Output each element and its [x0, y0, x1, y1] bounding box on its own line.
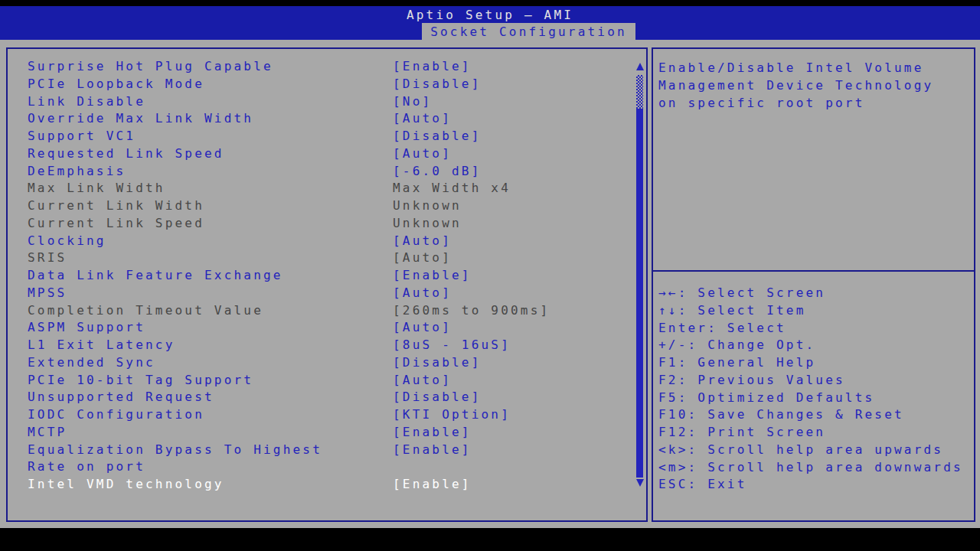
menu-item[interactable]: MPSS[Auto] — [28, 285, 646, 302]
scrollbar-track[interactable] — [636, 109, 643, 478]
menu-item-label: Max Link Width — [28, 181, 165, 195]
header-bar: Aptio Setup – AMI Socket Configuration — [0, 6, 980, 40]
tab-socket-configuration[interactable]: Socket Configuration — [422, 23, 635, 40]
scroll-down-icon[interactable] — [636, 479, 644, 487]
scroll-up-icon[interactable] — [636, 63, 644, 70]
hotkey-line: F10: Save Changes & Reset — [658, 406, 974, 424]
menu-item-label: Unsupported Request — [28, 390, 214, 404]
hotkey-line: +/-: Change Opt. — [658, 337, 974, 354]
menu-item-value: [Enable] — [393, 442, 472, 459]
bios-screen: Aptio Setup – AMI Socket Configuration S… — [0, 0, 980, 551]
scrollbar[interactable] — [635, 49, 645, 520]
menu-item-label: Rate on port — [28, 459, 145, 474]
menu-item[interactable]: Override Max Link Width[Auto] — [28, 110, 646, 128]
help-line: on specific root port — [658, 95, 974, 112]
menu-item-value: [Auto] — [393, 110, 452, 128]
menu-item-value: [Enable] — [393, 58, 472, 76]
menu-item-label: DeEmphasis — [28, 164, 126, 178]
hotkey-line: F1: General Help — [658, 354, 974, 372]
hotkey-line: ↑↓: Select Item — [658, 302, 974, 320]
menu-item-value: [Auto] — [393, 372, 452, 390]
menu-item-label: SRIS — [28, 250, 67, 265]
menu-item[interactable]: Equalization Bypass To Highest[Enable] — [28, 442, 646, 459]
menu-item-value: [No] — [393, 93, 432, 111]
menu-item[interactable]: Clocking[Auto] — [28, 233, 646, 250]
menu-item-label: IODC Configuration — [28, 407, 204, 422]
menu-item: SRIS[Auto] — [28, 249, 646, 267]
menu-item-label: PCIe 10-bit Tag Support — [28, 373, 253, 387]
menu-item-value: [Disable] — [393, 354, 482, 372]
menu-item-label: MCTP — [28, 425, 67, 439]
menu-item[interactable]: Support VC1[Disable] — [28, 128, 646, 145]
menu-item-label: Data Link Feature Exchange — [28, 268, 283, 282]
menu-item[interactable]: DeEmphasis[-6.0 dB] — [28, 163, 646, 181]
menu-item-value: [-6.0 dB] — [393, 163, 482, 181]
menu-item-label: Override Max Link Width — [28, 111, 253, 126]
hotkey-legend: →←: Select Screen↑↓: Select ItemEnter: S… — [653, 272, 974, 494]
menu-item-label: Current Link Speed — [28, 216, 204, 230]
app-title: Aptio Setup – AMI — [0, 7, 980, 24]
menu-item[interactable]: L1 Exit Latency[8uS - 16uS] — [28, 337, 646, 354]
item-help-text: Enable/Disable Intel VolumeManagement De… — [653, 49, 974, 272]
hotkey-line: →←: Select Screen — [658, 285, 974, 302]
menu-item[interactable]: IODC Configuration[KTI Option] — [28, 406, 646, 424]
menu-item-value: [Disable] — [393, 76, 482, 93]
help-line: Management Device Technology — [658, 77, 974, 95]
menu-item-value: Unknown — [393, 215, 462, 233]
hotkey-line: F12: Print Screen — [658, 424, 974, 442]
menu-item-value: [Enable] — [393, 476, 472, 494]
hotkey-line: F2: Previous Values — [658, 372, 974, 390]
menu-item-value: [8uS - 16uS] — [393, 337, 511, 354]
menu-item-value: [Enable] — [393, 267, 472, 285]
menu-item-label: PCIe Loopback Mode — [28, 77, 204, 91]
menu-item-label: Completion Timeout Value — [28, 303, 263, 318]
menu-item-value: [Auto] — [393, 285, 452, 302]
menu-item[interactable]: Rate on port — [28, 458, 646, 476]
menu-item-label: Extended Sync — [28, 355, 155, 370]
hotkey-line: F5: Optimized Defaults — [658, 390, 974, 407]
menu-item[interactable]: MCTP[Enable] — [28, 424, 646, 442]
menu-item-label: Link Disable — [28, 94, 145, 109]
menu-item-value: [Enable] — [393, 424, 472, 442]
menu-item-label: Current Link Width — [28, 198, 204, 213]
menu-item[interactable]: Extended Sync[Disable] — [28, 354, 646, 372]
menu-item-label: L1 Exit Latency — [28, 337, 175, 352]
menu-item-value: [Disable] — [393, 389, 482, 406]
menu-item-value: [Auto] — [393, 319, 452, 337]
menu-item[interactable]: PCIe 10-bit Tag Support[Auto] — [28, 372, 646, 390]
menu-item-label: Support VC1 — [28, 129, 136, 143]
menu-item[interactable]: Link Disable[No] — [28, 93, 646, 111]
hotkey-line: Enter: Select — [658, 320, 974, 337]
menu-item[interactable]: PCIe Loopback Mode[Disable] — [28, 76, 646, 93]
menu-item-label: Intel VMD technology — [28, 477, 224, 491]
menu-item-value: Max Width x4 — [393, 180, 511, 197]
menu-item-value: [Auto] — [393, 249, 452, 267]
menu-item: Current Link SpeedUnknown — [28, 215, 646, 233]
menu-item: Current Link WidthUnknown — [28, 197, 646, 215]
settings-panel: Surprise Hot Plug Capable[Enable]PCIe Lo… — [6, 47, 648, 522]
menu-item[interactable]: ASPM Support[Auto] — [28, 319, 646, 337]
help-line: Enable/Disable Intel Volume — [658, 60, 974, 77]
menu-item-label: Requested Link Speed — [28, 146, 224, 161]
menu-item[interactable]: Requested Link Speed[Auto] — [28, 145, 646, 163]
hotkey-line: <m>: Scroll help area downwards — [658, 459, 974, 477]
hotkey-line: ESC: Exit — [658, 476, 974, 494]
help-panel: Enable/Disable Intel VolumeManagement De… — [652, 47, 975, 522]
menu-item[interactable]: Intel VMD technology[Enable] — [28, 476, 646, 494]
menu-item-label: Clocking — [28, 233, 106, 248]
menu-item: Max Link WidthMax Width x4 — [28, 180, 646, 197]
menu-item[interactable]: Unsupported Request[Disable] — [28, 389, 646, 406]
hotkey-line: <k>: Scroll help area upwards — [658, 442, 974, 459]
menu-item[interactable]: Data Link Feature Exchange[Enable] — [28, 267, 646, 285]
menu-item-value: [Auto] — [393, 233, 452, 250]
menu-item-label: MPSS — [28, 285, 67, 300]
menu-item-value: Unknown — [393, 197, 462, 215]
menu-item-value: [260ms to 900ms] — [393, 302, 550, 320]
menu-item-label: ASPM Support — [28, 320, 145, 334]
menu-item: Completion Timeout Value[260ms to 900ms] — [28, 302, 646, 320]
scrollbar-thumb[interactable] — [636, 75, 643, 109]
menu-item-label: Equalization Bypass To Highest — [28, 442, 322, 457]
main-area: Surprise Hot Plug Capable[Enable]PCIe Lo… — [0, 40, 980, 528]
menu-item[interactable]: Surprise Hot Plug Capable[Enable] — [28, 58, 646, 76]
menu-item-value: [Auto] — [393, 145, 452, 163]
